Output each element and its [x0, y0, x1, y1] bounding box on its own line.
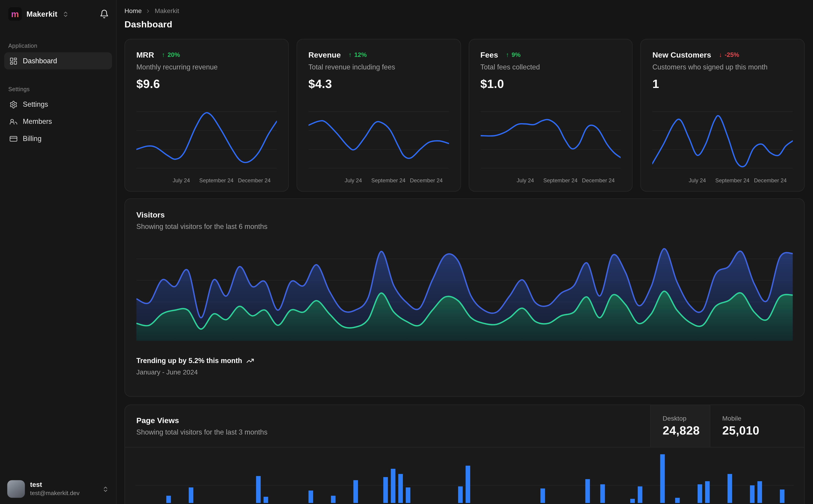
- trending-up-icon: [246, 357, 254, 365]
- sidebar-section-settings: Settings: [8, 86, 108, 92]
- tab-mobile[interactable]: Mobile 25,010: [710, 405, 804, 447]
- credit-card-icon: [9, 134, 18, 143]
- bar: [398, 474, 403, 503]
- tab-value: 24,828: [663, 423, 710, 437]
- bar: [660, 454, 665, 503]
- tab-label: Mobile: [722, 415, 804, 422]
- spark-line: [308, 121, 449, 158]
- sidebar: m Makerkit Application Dashboard Setting…: [0, 0, 117, 504]
- spark-line: [480, 119, 621, 158]
- bar: [705, 481, 710, 503]
- trend-badge: ↓-25%: [719, 51, 739, 58]
- stat-value: $4.3: [308, 77, 449, 91]
- stat-value: 1: [653, 77, 793, 91]
- sidebar-item-label: Billing: [23, 135, 42, 142]
- bar: [757, 481, 762, 503]
- page-views-chart-area: [125, 448, 804, 503]
- page-views-header: Page Views Showing total visitors for th…: [125, 405, 804, 448]
- bar: [585, 479, 590, 503]
- sidebar-section-application: Application: [8, 42, 108, 49]
- stat-description: Customers who signed up this month: [653, 63, 793, 71]
- bar: [466, 466, 470, 503]
- breadcrumb-home-link[interactable]: Home: [124, 7, 142, 15]
- bar: [540, 488, 545, 503]
- users-icon: [9, 117, 18, 126]
- sidebar-item-dashboard[interactable]: Dashboard: [4, 52, 112, 69]
- arrow-down-icon: ↓: [719, 51, 722, 58]
- sidebar-item-label: Dashboard: [23, 57, 57, 65]
- revenue-sparkline-chart: [308, 108, 449, 174]
- stat-card-new-customers: New Customers ↓-25% Customers who signed…: [641, 39, 805, 192]
- page-views-bar-chart: [135, 448, 794, 503]
- visitors-card: Visitors Showing total visitors for the …: [124, 198, 805, 397]
- stat-card-fees: Fees ↑9% Total fees collected $1.0 July …: [468, 39, 633, 192]
- team-switcher[interactable]: m Makerkit: [8, 7, 69, 21]
- stat-title: MRR: [136, 50, 154, 59]
- sidebar-item-billing[interactable]: Billing: [4, 130, 112, 147]
- sidebar-item-label: Settings: [23, 101, 48, 108]
- bar: [406, 487, 410, 503]
- page-views-card: Page Views Showing total visitors for th…: [124, 405, 805, 504]
- trend-badge: ↑20%: [162, 51, 180, 58]
- arrow-up-icon: ↑: [349, 51, 352, 58]
- bar: [630, 499, 635, 503]
- stat-card-revenue: Revenue ↑12% Total revenue including fee…: [296, 39, 461, 192]
- new-customers-sparkline-chart: [653, 108, 793, 174]
- bar: [458, 486, 463, 503]
- x-axis-labels: July 24September 24December 24: [653, 177, 793, 185]
- trend-badge: ↑12%: [349, 51, 367, 58]
- user-email: test@makerkit.dev: [30, 489, 79, 497]
- tab-label: Desktop: [663, 415, 710, 422]
- stat-title: Fees: [480, 50, 498, 59]
- user-name: test: [30, 481, 79, 489]
- gear-icon: [9, 100, 18, 109]
- page-title: Dashboard: [124, 19, 805, 30]
- x-axis-labels: July 24September 24December 24: [308, 177, 449, 185]
- tab-desktop[interactable]: Desktop 24,828: [650, 405, 710, 447]
- visitors-title: Visitors: [136, 210, 793, 219]
- sidebar-item-settings[interactable]: Settings: [4, 96, 112, 113]
- stats-grid: MRR ↑20% Monthly recurring revenue $9.6 …: [124, 39, 805, 192]
- stat-value: $1.0: [480, 77, 621, 91]
- stat-description: Monthly recurring revenue: [136, 63, 277, 71]
- bar: [309, 491, 313, 503]
- visitors-date-range: January - June 2024: [136, 368, 793, 376]
- spark-line: [136, 113, 277, 162]
- bar: [728, 474, 732, 503]
- arrow-up-icon: ↑: [162, 51, 165, 58]
- chevron-right-icon: [145, 8, 151, 14]
- bar: [189, 487, 193, 503]
- tab-value: 25,010: [722, 423, 804, 437]
- bar: [750, 485, 755, 503]
- bar: [256, 476, 261, 503]
- bar: [331, 496, 336, 503]
- main-content: Home Makerkit Dashboard MRR ↑20% Monthly…: [117, 0, 813, 504]
- bar: [675, 498, 680, 503]
- stat-value: $9.6: [136, 77, 277, 91]
- trend-badge: ↑9%: [506, 51, 520, 58]
- mrr-sparkline-chart: [136, 108, 277, 174]
- bar: [391, 469, 395, 503]
- sidebar-item-members[interactable]: Members: [4, 113, 112, 130]
- bar: [353, 480, 358, 503]
- stat-title: Revenue: [308, 50, 341, 59]
- visitors-trend-text: Trending up by 5.2% this month: [136, 357, 242, 365]
- sidebar-item-label: Members: [23, 118, 52, 125]
- bar: [600, 484, 605, 503]
- avatar: [7, 480, 25, 498]
- bar: [780, 490, 784, 503]
- user-menu[interactable]: test test@makerkit.dev: [0, 474, 116, 504]
- fees-sparkline-chart: [480, 108, 621, 174]
- page-views-title: Page Views: [136, 416, 639, 425]
- chevrons-up-down-icon: [62, 11, 69, 17]
- bar: [383, 477, 388, 503]
- stat-description: Total fees collected: [480, 63, 621, 71]
- visitors-area-chart: [136, 239, 793, 341]
- spark-line: [653, 116, 793, 167]
- x-axis-labels: July 24September 24December 24: [480, 177, 621, 185]
- notifications-button[interactable]: [99, 9, 109, 19]
- breadcrumb: Home Makerkit: [124, 7, 805, 15]
- team-name: Makerkit: [27, 10, 57, 18]
- bar: [638, 486, 643, 503]
- x-axis-labels: July 24September 24December 24: [136, 177, 277, 185]
